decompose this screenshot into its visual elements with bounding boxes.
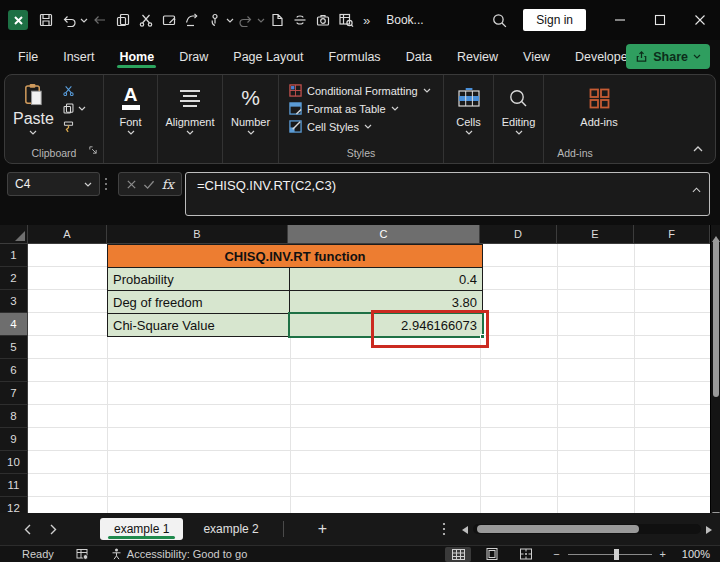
sheet-tab-options-icon[interactable] <box>442 522 446 536</box>
zoom-slider-thumb[interactable] <box>614 549 619 560</box>
copy-icon[interactable] <box>111 8 134 32</box>
share-button[interactable]: Share <box>626 44 710 69</box>
sheet-tab-example-1[interactable]: example 1 <box>100 518 183 540</box>
sheet-tab-example-2[interactable]: example 2 <box>189 518 272 540</box>
zoom-slider[interactable] <box>568 554 652 555</box>
cell-b2-label[interactable]: Probability <box>108 268 289 290</box>
table-lookup-icon[interactable] <box>334 8 357 32</box>
ribbon-tab-home[interactable]: Home <box>117 44 156 70</box>
cell-styles-button[interactable]: Cell Styles <box>289 120 443 133</box>
ribbon-tab-formulas[interactable]: Formulas <box>327 44 383 70</box>
cut-button[interactable] <box>62 84 86 97</box>
conditional-formatting-button[interactable]: Conditional Formatting <box>289 84 443 97</box>
page-layout-view-button[interactable] <box>479 547 505 562</box>
cell-c2-value[interactable]: 0.4 <box>290 268 482 290</box>
minimize-button[interactable] <box>600 0 640 40</box>
editing-menu-button[interactable]: Editing <box>494 75 543 135</box>
row-header-2[interactable]: 2 <box>0 267 28 290</box>
row-header-11[interactable]: 11 <box>0 474 28 497</box>
column-header-a[interactable]: A <box>28 225 107 244</box>
close-button[interactable] <box>680 0 720 40</box>
search-icon[interactable] <box>488 8 511 32</box>
collapse-formula-bar-icon[interactable] <box>692 181 701 196</box>
macro-record-icon[interactable] <box>76 548 89 560</box>
row-header-5[interactable]: 5 <box>0 336 28 359</box>
collapse-ribbon-icon[interactable] <box>693 138 703 156</box>
strikethrough-icon[interactable] <box>288 8 311 32</box>
cell-c3-value[interactable]: 3.80 <box>290 291 482 313</box>
sheet-nav-right-icon[interactable] <box>40 524 66 535</box>
select-all-button[interactable] <box>0 225 28 244</box>
ribbon-tab-review[interactable]: Review <box>455 44 500 70</box>
accessibility-status[interactable]: Accessibility: Good to go <box>127 548 247 560</box>
cells-area[interactable]: CHISQ.INV.RT function Probability 0.4 De… <box>28 244 710 513</box>
zoom-out-button[interactable]: − <box>553 548 559 560</box>
row-header-3[interactable]: 3 <box>0 290 28 313</box>
addins-button[interactable]: Add-ins <box>568 75 630 128</box>
zoom-level[interactable]: 100% <box>674 548 710 560</box>
ribbon-tab-draw[interactable]: Draw <box>177 44 210 70</box>
hscroll-right-icon[interactable] <box>706 520 712 538</box>
clipboard-dialog-launcher-icon[interactable] <box>88 141 98 159</box>
maximize-button[interactable] <box>640 0 680 40</box>
font-menu-button[interactable]: A Font <box>104 75 157 135</box>
formula-bar-grip-icon[interactable] <box>104 174 108 194</box>
ribbon-tab-developer[interactable]: Developer <box>573 44 634 70</box>
camera-icon[interactable] <box>311 8 334 32</box>
row-header-4[interactable]: 4 <box>0 313 28 336</box>
autocorrect-icon[interactable] <box>180 8 203 32</box>
normal-view-button[interactable] <box>445 547 471 562</box>
number-menu-button[interactable]: % Number <box>223 75 278 135</box>
column-header-f[interactable]: F <box>634 225 710 244</box>
row-header-10[interactable]: 10 <box>0 451 28 474</box>
column-header-e[interactable]: E <box>557 225 634 244</box>
row-header-12[interactable]: 12 <box>0 497 28 513</box>
scroll-up-icon[interactable] <box>712 228 720 234</box>
touch-mode-dropdown-icon[interactable] <box>226 18 234 23</box>
column-header-d[interactable]: D <box>480 225 557 244</box>
row-header-6[interactable]: 6 <box>0 359 28 382</box>
row-header-7[interactable]: 7 <box>0 382 28 405</box>
row-header-9[interactable]: 9 <box>0 428 28 451</box>
paste-button[interactable]: Paste <box>13 82 54 135</box>
cut-icon[interactable] <box>134 8 157 32</box>
format-as-table-button[interactable]: Format as Table <box>289 102 443 115</box>
alignment-menu-button[interactable]: Alignment <box>158 75 222 135</box>
row-header-1[interactable]: 1 <box>0 244 28 267</box>
format-painter-button[interactable] <box>62 120 86 133</box>
copy-button[interactable] <box>62 102 86 115</box>
ribbon-tab-view[interactable]: View <box>521 44 552 70</box>
cells-menu-button[interactable]: Cells <box>444 75 493 135</box>
save-icon[interactable] <box>34 8 57 32</box>
ribbon-tab-file[interactable]: File <box>16 44 40 70</box>
ribbon-tab-page-layout[interactable]: Page Layout <box>231 44 305 70</box>
horizontal-scrollbar-thumb[interactable] <box>477 525 639 533</box>
row-header-8[interactable]: 8 <box>0 405 28 428</box>
new-file-icon[interactable] <box>265 8 288 32</box>
column-header-c[interactable]: C <box>288 225 480 244</box>
sign-in-button[interactable]: Sign in <box>523 9 586 31</box>
scroll-down-icon[interactable] <box>712 504 720 510</box>
ribbon-tab-data[interactable]: Data <box>404 44 434 70</box>
sheet-nav-left-icon[interactable] <box>14 524 40 535</box>
vertical-scrollbar-thumb[interactable] <box>713 239 719 397</box>
cell-b1-title[interactable]: CHISQ.INV.RT function <box>108 245 482 267</box>
edit-image-icon[interactable] <box>157 8 180 32</box>
cell-styles-icon <box>289 120 302 133</box>
cell-c4-value[interactable]: 2.946166073 <box>290 314 482 336</box>
qat-overflow-button[interactable]: » <box>357 13 376 28</box>
new-sheet-button[interactable]: + <box>318 520 327 538</box>
cell-b3-label[interactable]: Deg of freedom <box>108 291 289 313</box>
name-box[interactable]: C4 <box>7 172 100 196</box>
hscroll-left-icon[interactable] <box>462 520 468 538</box>
insert-function-icon[interactable]: fx <box>162 177 174 192</box>
undo-icon[interactable] <box>57 8 80 32</box>
ribbon-tab-insert[interactable]: Insert <box>61 44 96 70</box>
touch-mouse-mode-icon[interactable] <box>203 8 226 32</box>
cell-b4-label[interactable]: Chi-Square Value <box>108 314 289 336</box>
page-break-preview-button[interactable] <box>513 547 539 562</box>
undo-dropdown-icon[interactable] <box>80 18 88 23</box>
formula-input[interactable]: =CHISQ.INV.RT(C2,C3) <box>185 172 710 216</box>
zoom-in-button[interactable]: + <box>660 548 666 560</box>
column-header-b[interactable]: B <box>107 225 288 244</box>
